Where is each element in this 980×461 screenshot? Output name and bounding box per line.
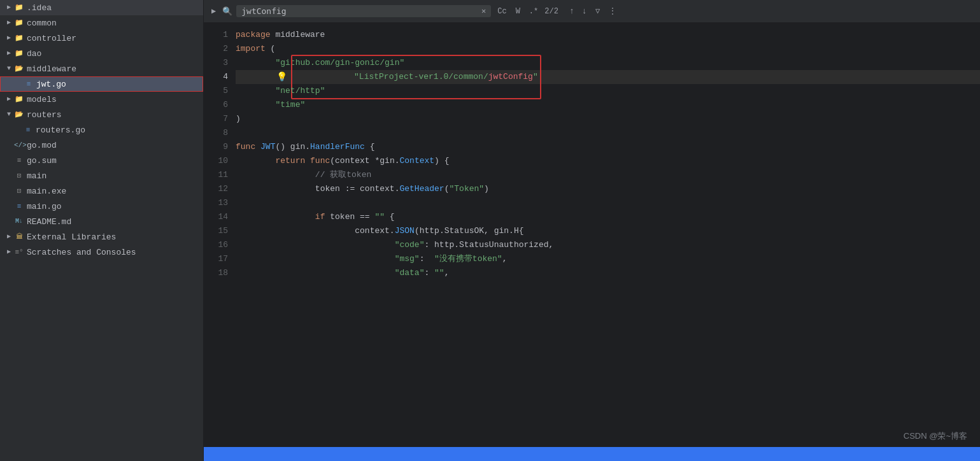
search-input[interactable] xyxy=(241,6,479,16)
func-json: JSON xyxy=(395,224,415,238)
sidebar-item-dao[interactable]: ▶ 📁 dao xyxy=(0,46,203,61)
chevron-right-icon: ▶ xyxy=(5,34,13,42)
line-num-15: 15 xyxy=(204,224,236,238)
sidebar-item-label: dao xyxy=(27,49,41,59)
search-word-button[interactable]: W xyxy=(513,6,523,17)
search-toggle-button[interactable]: ▶ xyxy=(209,5,218,17)
keyword-return: return xyxy=(275,154,305,168)
string-import-prefix: "ListProject-ver1.0/common/ xyxy=(354,72,488,82)
sidebar-item-main[interactable]: ⊡ main xyxy=(0,168,203,183)
sidebar-item-models[interactable]: ▶ 📁 models xyxy=(0,92,203,107)
func-name-handler: HandlerFunc xyxy=(310,140,365,154)
code-line-5: "net/http" xyxy=(236,84,980,98)
sidebar-item-label: go.sum xyxy=(27,156,57,166)
code-line-14: if token == "" { xyxy=(236,210,980,224)
code-indent xyxy=(236,154,275,168)
keyword-if: if xyxy=(315,210,325,224)
sidebar-item-routers[interactable]: ▼ 📂 routers xyxy=(0,107,203,122)
sidebar-item-go-sum[interactable]: ≡ go.sum xyxy=(0,153,203,168)
sum-file-icon: ≡ xyxy=(14,155,24,166)
folder-icon: 📁 xyxy=(14,3,24,13)
code-text: () gin. xyxy=(275,140,310,154)
sidebar-item-routers-go[interactable]: ≡ routers.go xyxy=(0,122,203,138)
sidebar-item-scratches[interactable]: ▶ ≡° Scratches and Consoles xyxy=(0,245,203,260)
search-clear-button[interactable]: ✕ xyxy=(481,6,486,16)
sidebar-item-idea[interactable]: ▶ 📁 .idea xyxy=(0,0,203,15)
search-count: 2/2 xyxy=(544,7,564,16)
code-text: , xyxy=(502,252,508,266)
spacer xyxy=(5,141,13,149)
chevron-right-icon: ▶ xyxy=(5,248,13,256)
line-num-10: 10 xyxy=(204,154,236,168)
search-case-sensitive-button[interactable]: Cc xyxy=(495,6,509,17)
sidebar-item-main-go[interactable]: ≡ main.go xyxy=(0,199,203,214)
string-import-suffix: " xyxy=(533,72,538,82)
jwt-config-highlighted: jwtConfig xyxy=(488,72,533,82)
ext-lib-icon: 🏛 xyxy=(14,232,24,242)
code-content[interactable]: package middleware import ( "github.com/… xyxy=(236,23,980,447)
code-indent xyxy=(236,98,275,112)
sidebar-item-label: README.md xyxy=(27,217,71,227)
sidebar-item-label: main.exe xyxy=(27,187,66,196)
folder-icon: 📁 xyxy=(14,94,24,104)
line-num-6: 6 xyxy=(204,98,236,112)
sidebar-item-common[interactable]: ▶ 📁 common xyxy=(0,15,203,31)
chevron-right-icon: ▶ xyxy=(5,4,13,11)
string-time: "time" xyxy=(275,98,305,112)
code-editor[interactable]: 1 2 3 4 5 6 7 8 9 10 11 12 13 14 15 16 1… xyxy=(204,23,980,447)
bottom-status-bar xyxy=(204,447,980,461)
code-text: : xyxy=(424,266,434,280)
sidebar: ▶ 📁 .idea ▶ 📁 common ▶ 📁 controller ▶ 📁 … xyxy=(0,0,204,461)
sidebar-item-middleware[interactable]: ▼ 📂 middleware xyxy=(0,61,203,76)
code-line-9: func JWT() gin.HandlerFunc { xyxy=(236,140,980,154)
search-options-button[interactable]: ⋮ xyxy=(606,5,619,17)
type-context: Context xyxy=(399,154,434,168)
string-net: "net/http" xyxy=(275,84,325,98)
code-indent xyxy=(236,70,275,84)
code-indent xyxy=(236,56,275,70)
func-name-jwt: JWT xyxy=(260,140,275,154)
sidebar-item-main-exe[interactable]: ⊡ main.exe xyxy=(0,183,203,199)
code-text: (context *gin. xyxy=(330,154,399,168)
sidebar-item-label: routers xyxy=(27,110,62,120)
code-line-4: 💡 "ListProject-ver1.0/common/jwtConfig" xyxy=(236,70,980,84)
bulb-icon[interactable]: 💡 xyxy=(276,70,287,84)
spacer xyxy=(5,157,13,164)
search-filter-button[interactable]: ▽ xyxy=(593,5,602,17)
sidebar-item-jwt-go[interactable]: ≡ jwt.go xyxy=(0,76,203,92)
spacer xyxy=(5,202,13,210)
chevron-right-icon: ▶ xyxy=(5,233,13,241)
watermark: CSDN @荣~博客 xyxy=(904,430,967,442)
keyword-import: import xyxy=(236,42,266,56)
code-indent xyxy=(236,168,315,182)
sidebar-item-label: middleware xyxy=(27,64,76,74)
folder-icon: 📂 xyxy=(14,64,24,74)
sidebar-item-readme[interactable]: M↓ README.md xyxy=(0,214,203,229)
folder-icon: 📁 xyxy=(14,48,24,59)
search-next-button[interactable]: ↓ xyxy=(580,5,589,17)
search-regex-button[interactable]: .* xyxy=(527,6,541,17)
code-text: , xyxy=(444,266,450,280)
keyword-package: package xyxy=(236,28,271,42)
main-file-icon: ⊡ xyxy=(14,171,24,181)
sidebar-item-go-mod[interactable]: </> go.mod xyxy=(0,138,203,153)
chevron-right-icon: ▶ xyxy=(5,19,13,27)
keyword-func: func xyxy=(236,140,255,154)
sidebar-item-label: jwt.go xyxy=(36,80,66,89)
sidebar-item-controller[interactable]: ▶ 📁 controller xyxy=(0,31,203,46)
code-text: ) xyxy=(484,182,489,196)
sidebar-item-external-libs[interactable]: ▶ 🏛 External Libraries xyxy=(0,229,203,245)
search-input-area[interactable]: ✕ xyxy=(236,5,491,17)
string-empty: "" xyxy=(374,210,385,224)
code-line-1: package middleware xyxy=(236,28,980,42)
code-indent xyxy=(236,84,275,98)
comment-get-token: // 获取token xyxy=(315,168,371,182)
line-num-16: 16 xyxy=(204,238,236,252)
spacer xyxy=(5,187,13,195)
line-num-5: 5 xyxy=(204,84,236,98)
search-prev-button[interactable]: ↑ xyxy=(567,5,576,17)
string-msg: "msg" xyxy=(395,252,420,266)
chevron-right-icon: ▶ xyxy=(5,96,13,103)
line-numbers: 1 2 3 4 5 6 7 8 9 10 11 12 13 14 15 16 1… xyxy=(204,23,236,447)
sidebar-item-label: main xyxy=(27,171,46,181)
